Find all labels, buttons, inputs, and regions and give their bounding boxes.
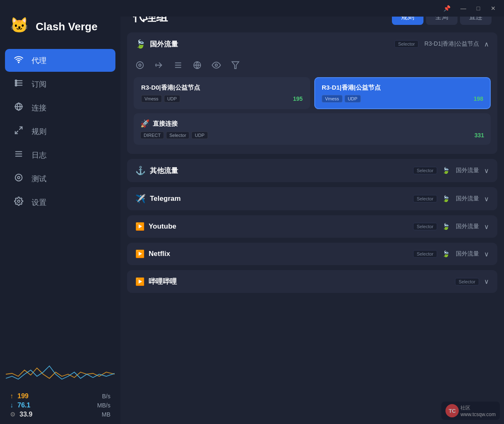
stats-area: ↑ 199 B/s ↓ 76.1 MB/s ⚙ 33.9 MB [0, 389, 120, 424]
overseas-chevron-icon: ∧ [484, 40, 489, 48]
filter-row [134, 56, 491, 77]
svg-point-18 [139, 64, 141, 66]
bilibili-group-name: 哔哩哔哩 [149, 277, 455, 286]
overseas-group-icon: 🍃 [135, 39, 146, 49]
youtube-group-name: Youtube [149, 222, 413, 231]
connections-label: 连接 [32, 103, 46, 113]
memory-unit: MB [102, 411, 110, 418]
other-current-proxy: 国外流量 [456, 167, 479, 174]
svg-marker-25 [232, 62, 239, 69]
proxy-icon [13, 55, 24, 66]
watermark: TC 社区www.tcsqw.com [441, 402, 500, 420]
direct-tag-selector: Selector [166, 132, 189, 139]
filter-speed-icon[interactable] [153, 59, 165, 71]
sidebar-item-rules[interactable]: 规则 [5, 120, 115, 143]
group-bilibili-header[interactable]: ▶️ 哔哩哔哩 Selector ∨ [127, 270, 497, 293]
filter-circle-icon[interactable] [134, 59, 146, 71]
upload-stat: ↑ 199 B/s [10, 392, 110, 400]
memory-value: 33.9 [20, 411, 44, 418]
other-group-name: 其他流量 [150, 166, 413, 175]
proxy-r3d1-name: R3-D1|香港|公益节点 [322, 84, 483, 92]
settings-icon [13, 197, 24, 208]
proxy-item-r3d1[interactable]: R3-D1|香港|公益节点 Vmess UDP 198 [314, 77, 491, 109]
youtube-group-icon: ▶️ [135, 222, 144, 231]
group-youtube-header[interactable]: ▶️ Youtube Selector 🍃 国外流量 ∨ [127, 215, 497, 238]
sidebar-item-settings[interactable]: 设置 [5, 191, 115, 214]
settings-label: 设置 [32, 197, 46, 207]
group-netflix-header[interactable]: ▶️ Netflix Selector 🍃 国外流量 ∨ [127, 243, 497, 265]
upload-speed-value: 199 [17, 392, 42, 400]
bilibili-group-icon: ▶️ [135, 277, 144, 286]
connections-icon [13, 102, 24, 113]
sidebar-item-proxy[interactable]: 代理 [5, 49, 115, 72]
app-logo-text: Clash Verge [36, 20, 98, 33]
proxy-r3d1-tag-udp: UDP [345, 95, 361, 102]
bilibili-chevron-icon: ∨ [484, 278, 489, 285]
youtube-selector-tag: Selector [413, 223, 437, 230]
overseas-group-body: R3-D0|香港|公益节点 Vmess UDP 195 R3-D1|香港|公益节… [127, 56, 497, 154]
svg-point-24 [215, 64, 218, 66]
proxy-r3d1-latency: 198 [474, 95, 483, 102]
proxy-grid: R3-D0|香港|公益节点 Vmess UDP 195 R3-D1|香港|公益节… [134, 77, 491, 109]
maximize-button[interactable]: □ [471, 2, 486, 15]
direct-conn-name: 直接连接 [153, 120, 178, 128]
youtube-group-meta: Selector 🍃 国外流量 [413, 223, 479, 230]
proxy-label: 代理 [32, 56, 46, 66]
group-telegram-header[interactable]: ✈️ Telegram Selector 🍃 国外流量 ∨ [127, 187, 497, 210]
subscriptions-icon [13, 78, 24, 90]
bilibili-selector-tag: Selector [455, 278, 479, 285]
logs-label: 日志 [32, 150, 46, 160]
other-selector-tag: Selector [413, 167, 437, 174]
telegram-group-meta: Selector 🍃 国外流量 [413, 195, 479, 202]
proxy-r3d0-tag-vmess: Vmess [141, 95, 162, 102]
sidebar: 🐱 Clash Verge 代理 [0, 0, 120, 424]
filter-list-icon[interactable] [172, 59, 184, 71]
filter-eye-icon[interactable] [210, 59, 223, 71]
sidebar-item-logs[interactable]: 日志 [5, 144, 115, 166]
sidebar-item-connections[interactable]: 连接 [5, 96, 115, 119]
nav-list: 代理 订阅 [0, 49, 120, 349]
test-label: 测试 [32, 174, 46, 184]
overseas-current-proxy: R3-D1|香港|公益节点 [424, 40, 479, 48]
netflix-selector-tag: Selector [413, 250, 437, 258]
overseas-group-name: 国外流量 [150, 39, 394, 49]
filter-link-icon[interactable] [191, 59, 203, 71]
svg-point-16 [17, 200, 20, 202]
memory-stat: ⚙ 33.9 MB [10, 411, 110, 418]
netflix-current-proxy: 国外流量 [456, 250, 479, 258]
sidebar-item-subscriptions[interactable]: 订阅 [5, 73, 115, 95]
group-bilibili: ▶️ 哔哩哔哩 Selector ∨ [127, 270, 497, 293]
svg-point-17 [137, 62, 144, 69]
download-unit: MB/s [97, 402, 110, 409]
proxy-r3d0-name: R3-D0|香港|公益节点 [141, 84, 303, 92]
netflix-group-name: Netflix [149, 250, 413, 258]
titlebar: 📌 — □ ✕ [0, 0, 504, 17]
telegram-group-name: Telegram [150, 195, 413, 203]
download-stat: ↓ 76.1 MB/s [10, 402, 110, 409]
minimize-button[interactable]: — [456, 2, 471, 15]
close-button[interactable]: ✕ [486, 2, 501, 15]
watermark-logo: TC [445, 404, 459, 417]
overseas-selector-tag: Selector [394, 40, 418, 48]
other-group-icon: ⚓ [135, 166, 146, 175]
upload-arrow-icon: ↑ [10, 392, 13, 400]
proxy-r3d1-tag-vmess: Vmess [322, 95, 343, 102]
youtube-current-proxy: 国外流量 [456, 223, 479, 230]
proxy-item-r3d0[interactable]: R3-D0|香港|公益节点 Vmess UDP 195 [134, 77, 310, 109]
sidebar-item-test[interactable]: 测试 [5, 167, 115, 190]
direct-tag-udp: UDP [191, 132, 208, 139]
rules-icon [13, 126, 24, 137]
rules-label: 规则 [32, 127, 46, 136]
bilibili-group-meta: Selector [455, 278, 479, 285]
pin-button[interactable]: 📌 [439, 2, 454, 15]
app-logo-icon: 🐱 [10, 17, 30, 37]
svg-point-0 [18, 62, 19, 63]
youtube-chevron-icon: ∨ [484, 223, 489, 231]
group-overseas-header[interactable]: 🍃 国外流量 Selector R3-D1|香港|公益节点 ∧ [127, 32, 497, 56]
filter-block-icon[interactable] [229, 59, 242, 71]
download-arrow-icon: ↓ [10, 402, 13, 409]
subscriptions-label: 订阅 [32, 79, 46, 89]
telegram-group-icon: ✈️ [135, 194, 146, 204]
group-other-header[interactable]: ⚓ 其他流量 Selector 🍃 国外流量 ∨ [127, 159, 497, 182]
proxy-item-direct[interactable]: 🚀 直接连接 DIRECT Selector UDP 331 [134, 113, 491, 145]
